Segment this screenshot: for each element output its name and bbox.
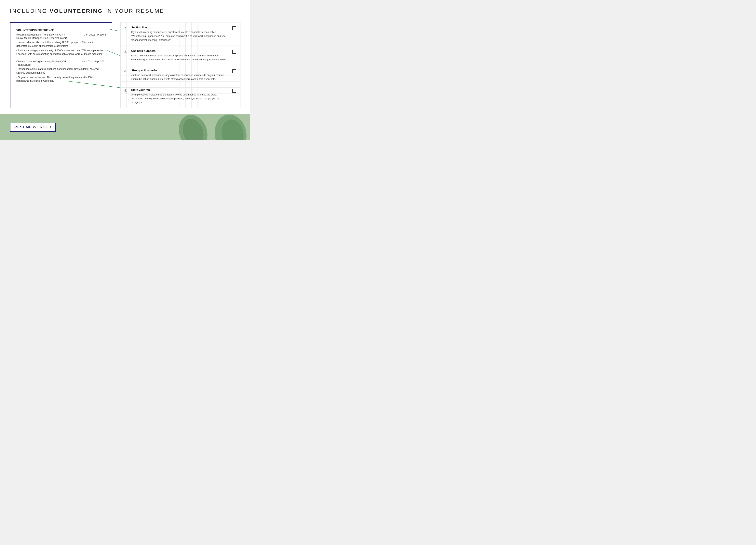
resume-entry-1: Resume Worded Non-Profit, New York, NY J… (16, 33, 106, 56)
resume-entry-2-header: Climate Change Organization, Portland, O… (16, 60, 106, 63)
resume-entry-1-bullet2: • Built and managed a community of 2500+… (16, 49, 106, 56)
resume-entry-1-role: Social Media Manager (Part-Time Voluntee… (16, 36, 106, 39)
tip-2-checkbox[interactable] (232, 50, 236, 54)
leaf-decoration-1 (175, 114, 211, 140)
tip-2-content: Use hard numbers Notice how each bullet … (131, 49, 229, 62)
tip-row-2: 2. Use hard numbers Notice how each bull… (120, 46, 240, 65)
tip-1-description: If your volunteering experience is subst… (131, 30, 229, 42)
footer-logo-resume: RESUME (14, 125, 32, 129)
tip-1-number: 1. (124, 26, 131, 30)
resume-entry-2-role: Team Leader (16, 63, 106, 66)
tip-row-3: 3. Strong action verbs Just like paid wo… (120, 65, 240, 85)
tip-1-content: Section title If your volunteering exper… (131, 26, 229, 42)
title-prefix: INCLUDING (10, 8, 50, 14)
tip-4-description: A simple way to indicate that the roles … (131, 93, 229, 104)
title-suffix: IN YOUR RESUME (103, 8, 164, 14)
footer-logo: RESUME WORDED (10, 123, 56, 132)
tip-3-checkbox[interactable] (232, 69, 236, 73)
tip-3-title: Strong action verbs (131, 69, 229, 72)
tip-3-description: Just like paid work experience, any volu… (131, 73, 229, 81)
tip-4-number: 4. (124, 88, 131, 92)
resume-entry-2-bullet1: • Introduced online platform enabling do… (16, 67, 106, 75)
tip-4-title: State your role (131, 88, 229, 91)
tip-2-title: Use hard numbers (131, 49, 229, 52)
tip-row-4: 4. State your role A simple way to indic… (120, 85, 240, 108)
resume-panel: VOLUNTEERING EXPERIENCE Resume Worded No… (10, 22, 112, 108)
resume-entry-1-header: Resume Worded Non-Profit, New York, NY J… (16, 33, 106, 36)
tip-row-1: 1. Section title If your volunteering ex… (120, 22, 240, 46)
tip-3-number: 3. (124, 69, 131, 73)
tip-4-content: State your role A simple way to indicate… (131, 88, 229, 104)
tip-2-number: 2. (124, 49, 131, 53)
tip-1-checkbox[interactable] (232, 26, 236, 30)
tip-4-checkbox[interactable] (232, 89, 236, 93)
footer-section: RESUME WORDED (0, 114, 250, 140)
main-content: INCLUDING VOLUNTEERING IN YOUR RESUME VO… (0, 0, 250, 114)
tip-3-content: Strong action verbs Just like paid work … (131, 69, 229, 81)
resume-entry-2: Climate Change Organization, Portland, O… (16, 60, 106, 83)
resume-section-title: VOLUNTEERING EXPERIENCE (16, 29, 106, 32)
tip-2-description: Notice how each bullet point references … (131, 54, 229, 62)
tips-panel: 1. Section title If your volunteering ex… (120, 22, 240, 108)
resume-entry-2-org: Climate Change Organization, Portland, O… (16, 60, 66, 63)
resume-entry-2-bullet2: • Organized and advertised 10+ quarterly… (16, 76, 106, 83)
resume-entry-1-org: Resume Worded Non-Profit, New York, NY (16, 33, 65, 36)
title-bold: VOLUNTEERING (50, 8, 103, 14)
leaf-decoration-2 (211, 114, 250, 140)
resume-entry-1-bullet1: • Launched a weekly newsletter reaching … (16, 40, 106, 48)
tip-1-title: Section title (131, 26, 229, 29)
content-area: VOLUNTEERING EXPERIENCE Resume Worded No… (10, 22, 240, 108)
footer-logo-worded: WORDED (33, 125, 51, 129)
resume-entry-1-date: Jan 2022 - Present (84, 33, 106, 36)
page-title: INCLUDING VOLUNTEERING IN YOUR RESUME (10, 8, 240, 14)
resume-entry-2-date: Jun 2021 - Sept 2021 (81, 60, 106, 63)
